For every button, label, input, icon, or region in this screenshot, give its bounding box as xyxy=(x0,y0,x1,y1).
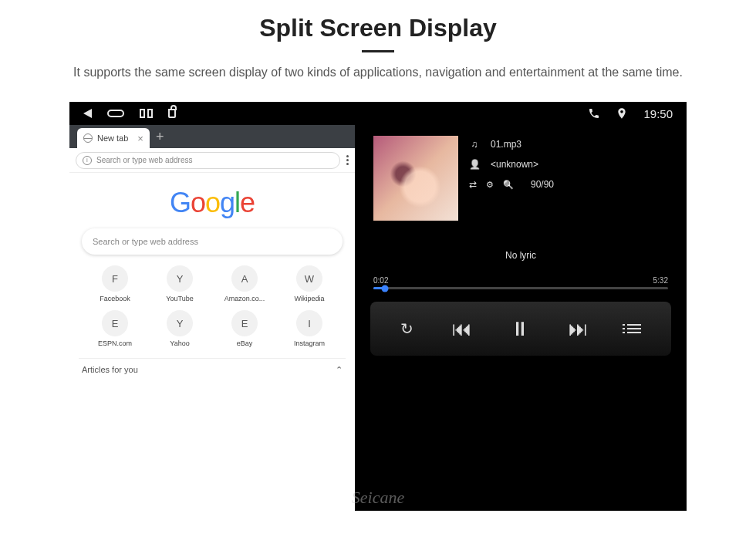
player-controls: ↻ ⏮ ⏸ ⏭ xyxy=(370,302,671,356)
site-icon: W xyxy=(296,265,322,292)
artist-icon xyxy=(469,159,480,170)
prev-button[interactable]: ⏮ xyxy=(452,317,472,341)
site-icon: E xyxy=(102,310,128,336)
search-placeholder: Search or type web address xyxy=(93,237,198,246)
back-icon[interactable] xyxy=(83,109,92,118)
browser-app: New tab × + i Search or type web address… xyxy=(69,125,355,511)
track-title: 01.mp3 xyxy=(491,139,521,150)
time-elapsed: 0:02 xyxy=(373,276,388,285)
site-shortcut[interactable]: EeBay xyxy=(213,310,276,347)
music-player-app: 01.mp3 <unknown> 90/90 No lyric 0:02 5:3… xyxy=(355,125,687,511)
google-search-input[interactable]: Search or type web address xyxy=(82,228,343,255)
clock: 19:50 xyxy=(643,107,673,120)
url-input[interactable]: i Search or type web address xyxy=(76,152,340,169)
site-label: Amazon.co... xyxy=(224,295,265,302)
site-label: Yahoo xyxy=(170,339,189,347)
artist-name: <unknown> xyxy=(491,159,538,170)
page-title: Split Screen Display xyxy=(31,14,725,42)
site-info-icon[interactable]: i xyxy=(83,156,92,165)
url-placeholder: Search or type web address xyxy=(96,156,193,164)
next-button[interactable]: ⏭ xyxy=(569,317,589,341)
track-counter: 90/90 xyxy=(531,179,554,190)
site-shortcut[interactable]: AAmazon.co... xyxy=(213,265,276,302)
browser-tab[interactable]: New tab × xyxy=(77,128,150,148)
location-icon[interactable] xyxy=(616,107,628,120)
site-label: Wikipedia xyxy=(294,295,324,302)
site-label: YouTube xyxy=(166,295,193,302)
music-note-icon xyxy=(469,139,480,150)
play-pause-button[interactable]: ⏸ xyxy=(510,317,530,341)
site-shortcut[interactable]: WWikipedia xyxy=(278,265,341,302)
album-art[interactable] xyxy=(373,136,458,221)
site-icon: A xyxy=(231,265,258,292)
home-icon[interactable] xyxy=(107,110,124,117)
browser-menu-icon[interactable] xyxy=(346,155,349,165)
new-tab-button[interactable]: + xyxy=(156,129,164,145)
recents-icon[interactable] xyxy=(140,109,153,118)
progress-bar[interactable]: 0:02 5:32 xyxy=(370,276,671,289)
site-shortcut[interactable]: YYouTube xyxy=(148,265,211,302)
equalizer-button[interactable] xyxy=(486,179,494,190)
chevron-up-icon: ⌃ xyxy=(336,365,343,375)
top-sites-grid: FFacebook YYouTube AAmazon.co... WWikipe… xyxy=(79,265,346,347)
site-label: Facebook xyxy=(100,295,130,302)
title-rule xyxy=(362,50,394,52)
url-bar-row: i Search or type web address xyxy=(69,148,355,173)
site-icon: F xyxy=(102,265,128,292)
shuffle-button[interactable] xyxy=(469,179,477,190)
articles-label: Articles for you xyxy=(82,365,138,375)
close-tab-icon[interactable]: × xyxy=(137,133,143,144)
tab-label: New tab xyxy=(97,133,128,143)
site-label: ESPN.com xyxy=(98,339,132,347)
site-shortcut[interactable]: YYahoo xyxy=(148,310,211,347)
site-icon: E xyxy=(231,310,258,336)
globe-icon xyxy=(83,133,93,143)
lock-icon xyxy=(168,109,176,118)
repeat-button[interactable]: ↻ xyxy=(400,319,413,338)
search-button[interactable] xyxy=(503,179,514,190)
time-total: 5:32 xyxy=(653,276,668,285)
site-label: eBay xyxy=(237,339,253,347)
page-subtitle: It supports the same screen display of t… xyxy=(46,63,710,82)
articles-heading[interactable]: Articles for you ⌃ xyxy=(79,358,346,375)
device-frame: 19:50 New tab × + i Search or type web a… xyxy=(69,102,687,511)
site-icon: Y xyxy=(167,310,193,336)
site-icon: Y xyxy=(167,265,193,292)
browser-tabstrip: New tab × + xyxy=(69,125,355,148)
playlist-button[interactable] xyxy=(627,324,641,333)
site-shortcut[interactable]: EESPN.com xyxy=(83,310,147,347)
android-system-bar: 19:50 xyxy=(69,102,687,125)
lyrics-area: No lyric xyxy=(370,250,671,261)
site-icon: I xyxy=(296,310,322,336)
site-shortcut[interactable]: IInstagram xyxy=(278,310,341,347)
site-label: Instagram xyxy=(294,339,325,347)
google-logo: Google xyxy=(79,187,346,219)
site-shortcut[interactable]: FFacebook xyxy=(83,265,147,302)
phone-icon[interactable] xyxy=(588,107,600,120)
